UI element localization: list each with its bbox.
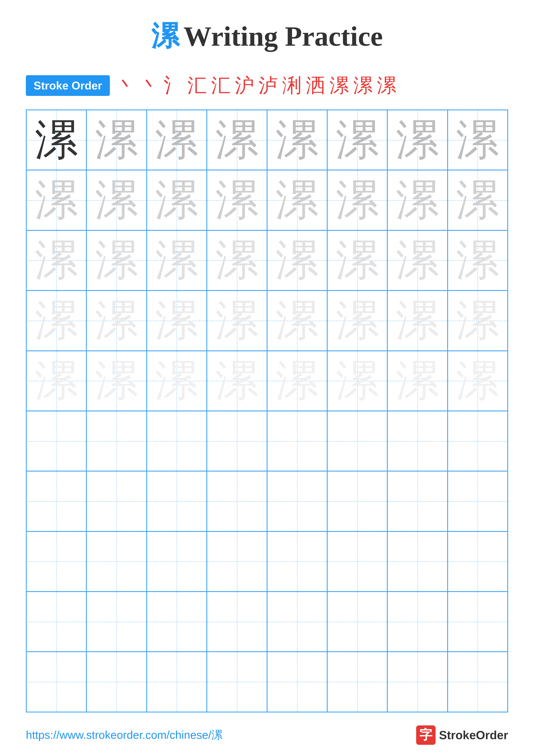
logo-icon: 字 — [416, 725, 436, 745]
grid-cell[interactable]: 漯 — [87, 351, 146, 411]
grid-cell[interactable]: 漯 — [387, 351, 447, 411]
practice-char: 漯 — [35, 119, 78, 162]
grid-cell[interactable]: 漯 — [147, 110, 207, 170]
practice-char: 漯 — [456, 239, 499, 282]
practice-char: 漯 — [396, 239, 439, 282]
grid-cell[interactable]: 漯 — [147, 230, 207, 290]
grid-cell[interactable] — [267, 592, 327, 652]
grid-cell[interactable] — [447, 652, 508, 712]
grid-cell[interactable]: 漯 — [387, 230, 447, 290]
practice-char: 漯 — [95, 299, 138, 342]
grid-cell[interactable]: 漯 — [327, 290, 387, 351]
grid-cell[interactable]: 漯 — [267, 290, 327, 351]
grid-cell[interactable]: 漯 — [447, 290, 508, 351]
grid-cell[interactable]: 漯 — [267, 170, 327, 230]
practice-char: 漯 — [35, 359, 78, 402]
grid-cell[interactable] — [207, 411, 267, 471]
grid-cell[interactable] — [26, 471, 87, 531]
grid-cell[interactable] — [207, 652, 267, 712]
grid-cell[interactable] — [447, 531, 508, 592]
grid-cell[interactable]: 漯 — [147, 351, 207, 411]
grid-cell[interactable]: 漯 — [207, 110, 267, 170]
grid-cell[interactable]: 漯 — [207, 230, 267, 290]
footer-url: https://www.strokeorder.com/chinese/漯 — [26, 728, 222, 742]
grid-cell[interactable] — [387, 411, 447, 471]
grid-cell[interactable] — [327, 652, 387, 712]
grid-cell[interactable]: 漯 — [327, 170, 387, 230]
grid-cell[interactable] — [147, 652, 207, 712]
grid-cell[interactable]: 漯 — [147, 170, 207, 230]
grid-cell[interactable]: 漯 — [207, 170, 267, 230]
grid-row-10 — [26, 652, 508, 712]
grid-cell[interactable] — [267, 471, 327, 531]
grid-row-9 — [26, 592, 508, 652]
grid-cell[interactable] — [327, 411, 387, 471]
grid-row-6 — [26, 411, 508, 471]
grid-cell[interactable]: 漯 — [26, 230, 87, 290]
grid-cell[interactable]: 漯 — [87, 230, 146, 290]
grid-cell[interactable]: 漯 — [207, 351, 267, 411]
grid-cell[interactable] — [327, 471, 387, 531]
grid-cell[interactable] — [147, 471, 207, 531]
grid-cell[interactable]: 漯 — [327, 110, 387, 170]
practice-char: 漯 — [336, 359, 379, 402]
practice-char: 漯 — [95, 179, 138, 222]
grid-cell[interactable]: 漯 — [26, 351, 87, 411]
grid-cell[interactable]: 漯 — [207, 290, 267, 351]
grid-cell[interactable] — [26, 411, 87, 471]
grid-cell[interactable] — [87, 411, 146, 471]
grid-cell[interactable] — [26, 652, 87, 712]
grid-cell[interactable]: 漯 — [327, 351, 387, 411]
grid-cell[interactable] — [327, 592, 387, 652]
grid-cell[interactable]: 漯 — [447, 351, 508, 411]
grid-cell[interactable] — [26, 531, 87, 592]
grid-cell[interactable]: 漯 — [26, 110, 87, 170]
grid-row-1: 漯 漯 漯 漯 漯 漯 漯 漯 — [26, 110, 508, 170]
grid-cell[interactable] — [207, 592, 267, 652]
grid-cell[interactable] — [387, 592, 447, 652]
grid-cell[interactable] — [207, 531, 267, 592]
grid-cell[interactable]: 漯 — [387, 170, 447, 230]
grid-cell[interactable]: 漯 — [26, 290, 87, 351]
grid-cell[interactable]: 漯 — [267, 110, 327, 170]
grid-cell[interactable] — [26, 592, 87, 652]
grid-cell[interactable]: 漯 — [447, 170, 508, 230]
grid-cell[interactable] — [327, 531, 387, 592]
grid-cell[interactable]: 漯 — [267, 230, 327, 290]
grid-cell[interactable]: 漯 — [267, 351, 327, 411]
grid-cell[interactable] — [447, 592, 508, 652]
grid-cell[interactable] — [267, 652, 327, 712]
title-chinese-char: 漯 — [151, 17, 179, 55]
footer-logo: 字 StrokeOrder — [416, 725, 508, 745]
grid-cell[interactable]: 漯 — [87, 290, 146, 351]
practice-char: 漯 — [275, 359, 318, 402]
grid-cell[interactable] — [147, 592, 207, 652]
grid-cell[interactable] — [387, 652, 447, 712]
grid-cell[interactable] — [267, 531, 327, 592]
grid-cell[interactable]: 漯 — [387, 290, 447, 351]
grid-cell[interactable]: 漯 — [87, 170, 146, 230]
practice-char: 漯 — [275, 119, 318, 162]
grid-cell[interactable] — [87, 471, 146, 531]
grid-cell[interactable] — [147, 411, 207, 471]
grid-cell[interactable]: 漯 — [327, 230, 387, 290]
title-text: Writing Practice — [184, 20, 383, 52]
grid-cell[interactable] — [447, 471, 508, 531]
grid-cell[interactable] — [447, 411, 508, 471]
grid-cell[interactable] — [147, 531, 207, 592]
grid-cell[interactable] — [387, 531, 447, 592]
grid-cell[interactable]: 漯 — [447, 230, 508, 290]
grid-cell[interactable] — [87, 652, 146, 712]
grid-cell[interactable]: 漯 — [387, 110, 447, 170]
grid-cell[interactable] — [87, 592, 146, 652]
grid-cell[interactable] — [207, 471, 267, 531]
grid-cell[interactable]: 漯 — [447, 110, 508, 170]
grid-cell[interactable] — [267, 411, 327, 471]
grid-cell[interactable]: 漯 — [87, 110, 146, 170]
grid-cell[interactable]: 漯 — [26, 170, 87, 230]
grid-cell[interactable] — [387, 471, 447, 531]
grid-cell[interactable]: 漯 — [147, 290, 207, 351]
stroke-11: 漯 — [353, 72, 373, 99]
grid-cell[interactable] — [87, 531, 146, 592]
practice-char: 漯 — [396, 119, 439, 162]
